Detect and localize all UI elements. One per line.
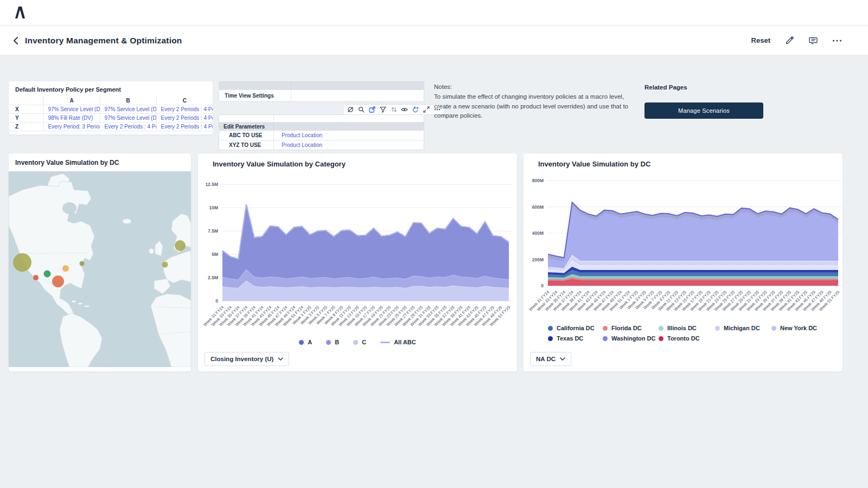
- open-in-new-icon[interactable]: [368, 106, 375, 113]
- policy-cell[interactable]: Every 2 Periods : 4 Perio...: [156, 123, 213, 131]
- legend-label: All ABC: [394, 339, 416, 345]
- policy-cell[interactable]: 98% Fill Rate (DV): [43, 114, 100, 123]
- manage-scenarios-button[interactable]: Manage Scenarios: [644, 102, 763, 119]
- svg-text:5M: 5M: [212, 252, 218, 257]
- filter-icon[interactable]: [379, 106, 386, 113]
- parameter-row: XYZ TO USEProduct Location: [219, 140, 424, 150]
- dc-bubble[interactable]: [52, 275, 64, 287]
- time-view-settings-row[interactable]: Time View Settings: [219, 89, 424, 101]
- parameter-value-link[interactable]: Product Location: [274, 131, 322, 140]
- policy-row-header[interactable]: Z: [9, 123, 43, 131]
- comment-icon[interactable]: [808, 36, 818, 46]
- dc-bubble[interactable]: [13, 253, 31, 272]
- parameter-value-link[interactable]: Product Location: [274, 140, 322, 150]
- legend-item[interactable]: California DC: [548, 325, 603, 331]
- expand-icon[interactable]: [423, 106, 430, 113]
- legend-item[interactable]: C: [353, 339, 366, 345]
- legend-dot-marker: [771, 326, 776, 331]
- policy-cell[interactable]: 97% Service Level (DV): [43, 105, 100, 114]
- policy-row-header[interactable]: X: [9, 105, 43, 114]
- policy-row-header[interactable]: Y: [9, 114, 43, 123]
- category-chart-legend: ABCAll ABC: [198, 339, 517, 345]
- policy-cell[interactable]: Every 2 Periods : 4 Perio...: [100, 123, 156, 131]
- legend-item[interactable]: Florida DC: [603, 325, 659, 331]
- legend-label: Michigan DC: [724, 325, 760, 331]
- show-hide-icon[interactable]: [401, 106, 408, 113]
- policy-table-title: Default Inventory Policy per Segment: [9, 81, 213, 93]
- edit-pencil-icon[interactable]: [784, 36, 794, 46]
- policy-cell[interactable]: 97% Service Level (DV) :...: [100, 114, 156, 123]
- svg-text:0: 0: [541, 283, 544, 288]
- legend-line-marker: [380, 342, 390, 343]
- legend-dot-marker: [603, 336, 608, 341]
- policy-col-header[interactable]: A: [43, 97, 100, 105]
- anaplan-logo-icon[interactable]: [15, 7, 25, 20]
- legend-label: A: [308, 339, 312, 345]
- reset-button[interactable]: Reset: [751, 36, 770, 44]
- policy-cell[interactable]: 97% Service Level (DV): [100, 105, 156, 114]
- dc-bubble[interactable]: [62, 265, 69, 272]
- parameter-label: ABC TO USE: [219, 132, 263, 138]
- policy-col-header[interactable]: B: [100, 97, 156, 105]
- dc-bubble[interactable]: [175, 240, 186, 251]
- related-pages: Related Pages Manage Scenarios: [644, 84, 763, 119]
- edit-parameters-label: Edit Parameters: [219, 124, 265, 130]
- svg-text:2.5M: 2.5M: [208, 275, 218, 280]
- page-header: Inventory Management & Optimization Rese…: [0, 26, 868, 55]
- legend-item[interactable]: A: [299, 339, 312, 345]
- legend-item[interactable]: B: [326, 339, 339, 345]
- notes-heading: Notes:: [434, 82, 634, 92]
- dc-bubble[interactable]: [44, 271, 51, 278]
- world-map[interactable]: [9, 171, 191, 367]
- legend-label: Illinois DC: [667, 325, 697, 331]
- legend-item[interactable]: Michigan DC: [715, 325, 771, 331]
- policy-cell[interactable]: Every Period: 3 Periods ...: [43, 123, 100, 131]
- dc-bubble[interactable]: [162, 262, 168, 268]
- time-view-settings-grid: Time View Settings: [219, 81, 424, 102]
- svg-text:400M: 400M: [532, 230, 544, 236]
- clear-format-icon[interactable]: [347, 106, 354, 113]
- policy-col-header[interactable]: C: [156, 97, 213, 105]
- policy-cell[interactable]: Every 2 Periods : 4 Perio...: [156, 105, 213, 114]
- edit-parameters-header-row: Edit Parameters: [219, 122, 424, 131]
- dc-bubble[interactable]: [33, 275, 39, 280]
- policy-cell[interactable]: Every 2 Periods : 4 Perio...: [156, 114, 213, 123]
- legend-label: Texas DC: [557, 335, 583, 342]
- grid-toolbar: [343, 104, 444, 115]
- edit-parameters-grid: Edit Parameters ABC TO USEProduct Locati…: [219, 114, 424, 150]
- table-row: X97% Service Level (DV)97% Service Level…: [9, 105, 213, 114]
- table-row: ZEvery Period: 3 Periods ...Every 2 Peri…: [9, 123, 213, 131]
- legend-item[interactable]: New York DC: [771, 325, 837, 331]
- legend-dot-marker: [548, 336, 553, 341]
- legend-label: C: [362, 339, 366, 345]
- legend-item[interactable]: Toronto DC: [659, 335, 715, 342]
- dc-chart-legend: California DCFlorida DCIllinois DCMichig…: [548, 325, 837, 342]
- chevron-down-icon: [560, 357, 565, 361]
- back-button[interactable]: [13, 36, 18, 45]
- parameter-row: ABC TO USEProduct Location: [219, 131, 424, 140]
- svg-text:600M: 600M: [532, 204, 544, 210]
- related-pages-heading: Related Pages: [644, 84, 763, 91]
- legend-label: New York DC: [780, 325, 817, 331]
- legend-label: B: [335, 339, 339, 345]
- dc-selector-dropdown[interactable]: NA DC: [530, 352, 571, 366]
- legend-item[interactable]: Illinois DC: [659, 325, 715, 331]
- legend-dot-marker: [326, 340, 331, 345]
- legend-dot-marker: [353, 340, 358, 345]
- sort-icon[interactable]: [390, 106, 397, 113]
- dc-bubble[interactable]: [80, 261, 85, 266]
- legend-item[interactable]: Washington DC: [603, 335, 659, 342]
- category-measure-dropdown[interactable]: Closing Inventory (U): [205, 352, 289, 366]
- legend-dot-marker: [659, 326, 663, 331]
- time-view-settings-label: Time View Settings: [219, 93, 274, 99]
- table-row: Y98% Fill Rate (DV)97% Service Level (DV…: [9, 114, 213, 123]
- legend-dot-marker: [659, 336, 663, 341]
- search-icon[interactable]: [358, 106, 365, 113]
- legend-dot-marker: [715, 326, 720, 331]
- refresh-add-icon[interactable]: [412, 106, 419, 113]
- policy-table: ABC X97% Service Level (DV)97% Service L…: [9, 97, 213, 131]
- legend-item[interactable]: Texas DC: [548, 335, 603, 342]
- legend-item[interactable]: All ABC: [380, 339, 416, 345]
- legend-label: Washington DC: [611, 335, 655, 342]
- more-options-icon[interactable]: [832, 36, 842, 46]
